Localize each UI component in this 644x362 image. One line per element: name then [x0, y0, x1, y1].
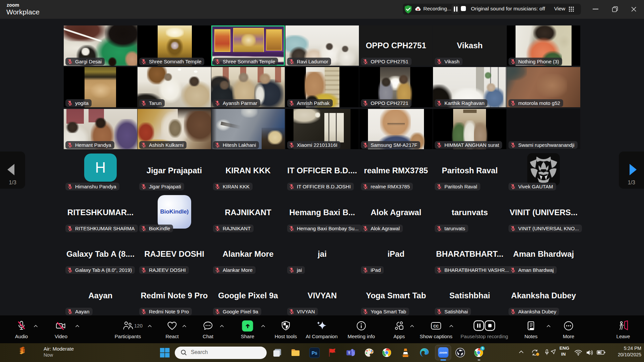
svg-text:CC: CC [433, 324, 439, 328]
svg-text:T: T [348, 351, 350, 355]
